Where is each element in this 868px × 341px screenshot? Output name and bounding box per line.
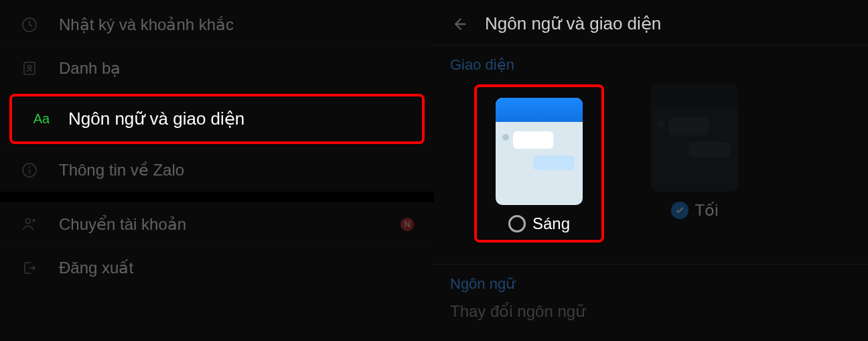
theme-option-light[interactable]: Sáng	[474, 84, 604, 243]
radio-light[interactable]: Sáng	[508, 214, 570, 233]
menu-item-label: Danh bạ	[59, 59, 414, 78]
radio-label: Tối	[695, 201, 719, 220]
menu-item-label: Chuyển tài khoản	[59, 215, 401, 234]
settings-menu-panel: Nhật ký và khoảnh khắc Danh bạ Aa Ngôn n…	[0, 0, 434, 341]
back-arrow-icon[interactable]	[450, 15, 469, 33]
panel-title: Ngôn ngữ và giao diện	[485, 13, 661, 34]
menu-item-label: Đăng xuất	[59, 259, 414, 277]
light-theme-preview	[496, 98, 583, 205]
svg-point-2	[28, 66, 31, 69]
radio-dark[interactable]: Tối	[671, 201, 719, 220]
menu-item-switch-account[interactable]: Chuyển tài khoản N	[0, 202, 434, 246]
menu-item-label: Nhật ký và khoảnh khắc	[59, 15, 414, 34]
theme-options-row: Sáng Tối	[434, 78, 868, 256]
clock-icon	[20, 15, 39, 34]
change-language-row[interactable]: Thay đổi ngôn ngữ	[434, 297, 868, 326]
menu-item-logout[interactable]: Đăng xuất	[0, 246, 434, 289]
radio-label: Sáng	[532, 214, 570, 233]
language-interface-panel: Ngôn ngữ và giao diện Giao diện Sáng	[434, 0, 868, 341]
menu-item-journal[interactable]: Nhật ký và khoảnh khắc	[0, 3, 434, 46]
divider-gap	[0, 192, 434, 202]
menu-item-about[interactable]: Thông tin về Zalo	[0, 148, 434, 192]
info-icon	[20, 161, 39, 180]
svg-point-5	[29, 167, 30, 167]
theme-option-dark[interactable]: Tối	[651, 84, 738, 243]
menu-item-label: Ngôn ngữ và giao diện	[68, 109, 244, 129]
menu-item-label: Thông tin về Zalo	[59, 161, 414, 180]
logout-icon	[20, 259, 39, 277]
contacts-icon	[20, 59, 39, 78]
menu-item-contacts[interactable]: Danh bạ	[0, 46, 434, 90]
new-badge: N	[401, 218, 414, 231]
aa-icon: Aa	[32, 110, 51, 129]
section-label-theme: Giao diện	[434, 46, 868, 78]
menu-item-language-interface[interactable]: Aa Ngôn ngữ và giao diện	[9, 94, 425, 144]
section-label-language: Ngôn ngữ	[434, 265, 868, 297]
radio-unchecked-icon	[508, 215, 526, 232]
radio-checked-icon	[671, 202, 689, 219]
svg-point-6	[26, 219, 31, 224]
panel-header: Ngôn ngữ và giao diện	[434, 0, 868, 46]
dark-theme-preview	[651, 84, 738, 192]
switch-account-icon	[20, 215, 39, 234]
